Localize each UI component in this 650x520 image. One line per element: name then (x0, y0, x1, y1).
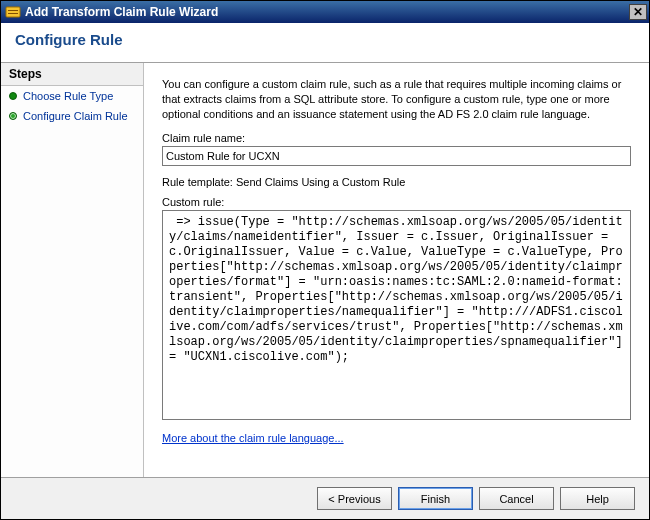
steps-heading: Steps (1, 63, 143, 86)
titlebar: Add Transform Claim Rule Wizard ✕ (1, 1, 649, 23)
window-title: Add Transform Claim Rule Wizard (25, 5, 629, 19)
svg-rect-1 (8, 10, 18, 11)
finish-button[interactable]: Finish (398, 487, 473, 510)
custom-rule-textarea[interactable] (162, 210, 631, 420)
step-bullet-icon (9, 92, 17, 100)
custom-rule-label: Custom rule: (162, 196, 631, 208)
cancel-button[interactable]: Cancel (479, 487, 554, 510)
wizard-window: Add Transform Claim Rule Wizard ✕ Config… (0, 0, 650, 520)
intro-text: You can configure a custom claim rule, s… (162, 77, 631, 122)
step-bullet-icon (9, 112, 17, 120)
claim-rule-name-input[interactable] (162, 146, 631, 166)
rule-template-label: Rule template: Send Claims Using a Custo… (162, 176, 631, 188)
more-about-link[interactable]: More about the claim rule language... (162, 432, 631, 444)
app-icon (5, 4, 21, 20)
svg-rect-0 (6, 7, 20, 17)
svg-rect-2 (8, 13, 18, 14)
wizard-footer: < Previous Finish Cancel Help (1, 477, 649, 519)
page-heading: Configure Rule (15, 31, 123, 48)
step-label: Configure Claim Rule (23, 110, 128, 122)
steps-sidebar: Steps Choose Rule Type Configure Claim R… (1, 63, 144, 477)
help-button[interactable]: Help (560, 487, 635, 510)
claim-rule-name-label: Claim rule name: (162, 132, 631, 144)
step-configure-claim-rule[interactable]: Configure Claim Rule (1, 106, 143, 126)
close-icon[interactable]: ✕ (629, 4, 647, 20)
step-choose-rule-type[interactable]: Choose Rule Type (1, 86, 143, 106)
main-panel: You can configure a custom claim rule, s… (144, 63, 649, 477)
wizard-body: Steps Choose Rule Type Configure Claim R… (1, 63, 649, 477)
previous-button[interactable]: < Previous (317, 487, 392, 510)
wizard-header: Configure Rule (1, 23, 649, 63)
step-label: Choose Rule Type (23, 90, 113, 102)
